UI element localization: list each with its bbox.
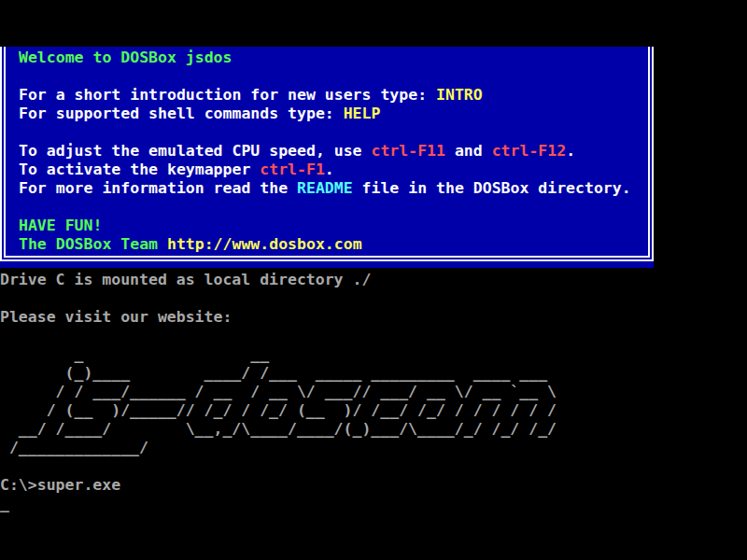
prompt-path: C:\> <box>0 476 37 494</box>
ascii-art-logo: _ __ (_)____ ____/ /___ _____ _________ … <box>0 345 557 457</box>
welcome-box-text: Welcome to DOSBox jsdos For a short intr… <box>6 47 648 254</box>
cursor: _ <box>0 495 9 513</box>
dosbox-screen[interactable]: Welcome to DOSBox jsdos For a short intr… <box>0 0 747 560</box>
mount-message: Drive C is mounted as local directory ./ <box>0 271 371 289</box>
dosbox-welcome-box: Welcome to DOSBox jsdos For a short intr… <box>0 47 654 261</box>
typed-command: super.exe <box>37 476 120 494</box>
website-message: Please visit our website: <box>0 308 232 327</box>
command-prompt-line: C:\>super.exe <box>0 476 120 495</box>
